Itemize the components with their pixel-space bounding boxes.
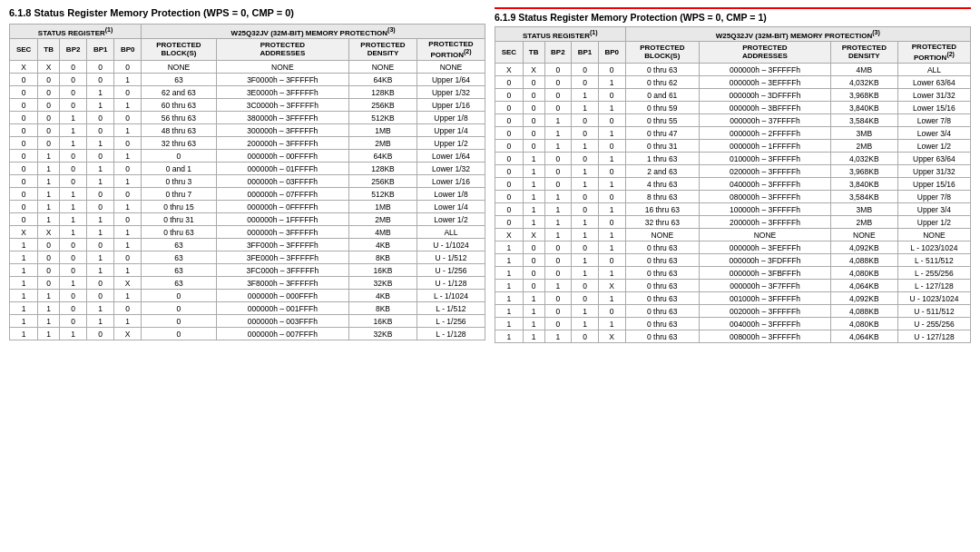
table-cell: 4,032KB	[830, 153, 897, 165]
table-cell: 64KB	[349, 150, 417, 163]
table-cell: 000000h – 3FEFFFh	[700, 242, 831, 254]
table-row: 100100 thru 63000000h – 3FDFFFh4,088KBL …	[495, 254, 971, 267]
table-cell: 0	[495, 191, 524, 203]
table-cell: 128KB	[349, 86, 417, 99]
left-col-sec: SEC	[10, 38, 38, 61]
table-cell: 0	[38, 264, 60, 277]
two-column-layout: 6.1.8 Status Register Memory Protection …	[9, 7, 971, 343]
table-cell: 0	[10, 74, 38, 86]
table-cell: 32 thru 63	[625, 216, 700, 229]
table-cell: 000000h – 000FFFh	[216, 290, 348, 302]
table-cell: 63	[142, 239, 216, 251]
table-cell: 000000h – 003FFFh	[216, 315, 348, 328]
table-cell: 1	[544, 127, 572, 140]
table-cell: 0 and 61	[625, 89, 700, 102]
table-cell: 0 thru 63	[142, 226, 216, 239]
table-cell: X	[495, 64, 524, 76]
table-cell: 0	[60, 150, 87, 163]
table-cell: 020000h – 3FFFFFh	[700, 165, 831, 178]
table-row: 0010148 thru 63300000h – 3FFFFFh1MBUpper…	[10, 124, 485, 137]
table-cell: 3MB	[830, 127, 897, 140]
table-cell: 1	[87, 264, 114, 277]
table-cell: Lower 1/2	[897, 140, 970, 153]
table-cell: 0 thru 62	[625, 76, 700, 89]
table-cell: U - 511/512	[897, 305, 970, 318]
table-cell: U - 127/128	[897, 330, 970, 343]
table-cell: 0 thru 63	[625, 254, 700, 267]
table-cell: 002000h – 3FFFFFh	[700, 305, 831, 318]
table-cell: 1	[572, 102, 599, 114]
table-cell: 0	[598, 254, 625, 267]
table-cell: 0	[495, 89, 524, 102]
table-cell: 2MB	[349, 213, 417, 226]
table-cell: 0	[572, 114, 599, 127]
table-cell: 0	[38, 74, 60, 86]
right-title: 6.1.9 Status Register Memory Protection …	[495, 7, 971, 23]
table-cell: 0	[572, 280, 599, 292]
table-cell: 0	[38, 112, 60, 124]
table-cell: 1	[572, 165, 599, 178]
table-row: 00001633F0000h – 3FFFFFh64KBUpper 1/64	[10, 74, 485, 86]
table-cell: 0	[60, 290, 87, 302]
table-cell: 0 thru 55	[625, 114, 700, 127]
table-cell: 1	[38, 213, 60, 226]
table-cell: 4,088KB	[830, 254, 897, 267]
right-status-register-header: STATUS REGISTER(1)	[495, 27, 626, 42]
table-cell: Upper 7/8	[897, 191, 970, 203]
table-cell: 1	[87, 251, 114, 264]
table-cell: 0	[572, 191, 599, 203]
table-cell: Upper 1/2	[416, 137, 485, 150]
table-cell: 1	[87, 137, 114, 150]
table-cell: 0	[38, 124, 60, 137]
table-row: XX111NONENONENONENONE	[495, 229, 971, 242]
table-cell: 8 thru 63	[625, 191, 700, 203]
table-cell: 4,032KB	[830, 76, 897, 89]
table-cell: 0	[10, 86, 38, 99]
table-cell: 000000h – 3FBFFFh	[700, 267, 831, 280]
table-row: 001000 thru 55000000h – 37FFFFh3,584KBLo…	[495, 114, 971, 127]
table-cell: 1	[87, 99, 114, 112]
table-cell: 256KB	[349, 175, 417, 188]
table-cell: 3FC000h – 3FFFFFh	[216, 264, 348, 277]
table-cell: 0	[495, 114, 524, 127]
table-cell: 1	[10, 328, 38, 340]
right-col-sec: SEC	[495, 41, 524, 64]
table-cell: 1	[87, 163, 114, 175]
table-cell: 16KB	[349, 264, 417, 277]
table-cell: 3,968KB	[830, 89, 897, 102]
left-col-addresses: PROTECTEDADDRESSES	[216, 38, 348, 61]
table-cell: 1	[60, 328, 87, 340]
table-cell: 1	[572, 216, 599, 229]
right-col-addresses: PROTECTEDADDRESSES	[700, 41, 831, 64]
table-row: 10011633FC000h – 3FFFFFh16KBU - 1/256	[10, 264, 485, 277]
table-cell: L - 511/512	[897, 254, 970, 267]
table-cell: 512KB	[349, 112, 417, 124]
table-cell: 0	[544, 64, 572, 76]
table-cell: 000000h – 007FFFh	[216, 328, 348, 340]
table-row: 010100 and 1000000h – 01FFFFh128KBLower …	[10, 163, 485, 175]
table-cell: 0	[142, 150, 216, 163]
table-cell: NONE	[700, 229, 831, 242]
table-cell: 200000h – 3FFFFFh	[216, 137, 348, 150]
right-col-bp2: BP2	[544, 41, 572, 64]
table-cell: 56 thru 63	[142, 112, 216, 124]
right-col-bp1: BP1	[572, 41, 599, 64]
table-cell: 1	[87, 175, 114, 188]
table-row: 1110X0000000h – 007FFFh32KBL - 1/128	[10, 328, 485, 340]
table-cell: 1	[544, 280, 572, 292]
table-cell: ALL	[897, 64, 970, 76]
table-cell: 0	[495, 203, 524, 216]
table-cell: 1	[10, 239, 38, 251]
table-cell: 1MB	[349, 201, 417, 213]
table-cell: 0 thru 63	[625, 318, 700, 330]
table-cell: L - 1/1024	[416, 290, 485, 302]
table-cell: 0	[142, 290, 216, 302]
table-cell: 256KB	[349, 99, 417, 112]
table-cell: 1	[572, 140, 599, 153]
table-row: XX0000 thru 63000000h – 3FFFFFh4MBALL	[495, 64, 971, 76]
table-cell: 0 thru 63	[625, 330, 700, 343]
left-col-blocks: PROTECTEDBLOCK(S)	[142, 38, 216, 61]
table-row: 011100 thru 31000000h – 1FFFFFh2MBLower …	[10, 213, 485, 226]
table-cell: Lower 1/32	[416, 163, 485, 175]
table-row: 011000 thru 7000000h – 07FFFFh512KBLower…	[10, 188, 485, 201]
